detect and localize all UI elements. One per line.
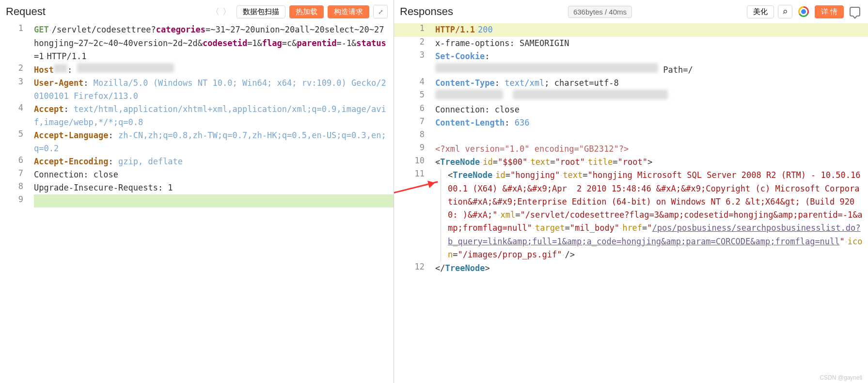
content-length-header: Content-Length bbox=[435, 118, 505, 128]
beautify-button[interactable]: 美化 bbox=[747, 5, 774, 18]
request-panel: Request 〈 〉 数据包扫描 热加载 构造请求 ⤢ 1GET·/servl… bbox=[0, 0, 394, 383]
detail-button[interactable]: 详 情 bbox=[815, 5, 844, 18]
accept-header: Accept bbox=[34, 104, 63, 114]
build-request-button[interactable]: 构造请求 bbox=[328, 5, 369, 18]
redacted bbox=[77, 63, 174, 73]
redacted bbox=[54, 64, 67, 73]
request-header: Request 〈 〉 数据包扫描 热加载 构造请求 ⤢ bbox=[0, 0, 394, 23]
http-method: GET bbox=[34, 25, 49, 34]
response-editor[interactable]: 1HTTP/1.1·200 2x-frame-options: SAMEORIG… bbox=[394, 23, 868, 383]
line-number: 1 bbox=[0, 23, 34, 33]
fold-icon[interactable]: ∨ bbox=[436, 159, 439, 166]
upgrade-header: Upgrade-Insecure-Requests bbox=[34, 183, 158, 192]
watermark: CSDN @gaynell bbox=[820, 374, 862, 381]
hotload-button[interactable]: 热加载 bbox=[289, 5, 324, 18]
nav-prev-icon[interactable]: 〈 bbox=[209, 5, 221, 18]
redacted bbox=[435, 90, 503, 99]
accept-lang-header: Accept-Language bbox=[34, 130, 109, 140]
request-path: /servlet/codesettree? bbox=[52, 25, 156, 34]
scan-button[interactable]: 数据包扫描 bbox=[237, 5, 285, 18]
status-code: 200 bbox=[478, 25, 493, 34]
request-title: Request bbox=[6, 5, 46, 18]
redacted bbox=[513, 90, 668, 99]
request-editor[interactable]: 1GET·/servlet/codesettree?categories=~31… bbox=[0, 23, 394, 383]
response-panel: Responses 636bytes / 40ms 美化 详 情 1HTTP/1… bbox=[394, 0, 868, 383]
cursor-line bbox=[34, 194, 394, 207]
set-cookie-header: Set-Cookie bbox=[435, 51, 485, 61]
chrome-icon[interactable] bbox=[796, 5, 811, 18]
response-title: Responses bbox=[400, 5, 453, 18]
param-key: categories bbox=[156, 25, 205, 34]
comment-icon[interactable] bbox=[848, 5, 862, 18]
user-agent-header: User-Agent bbox=[34, 78, 83, 88]
connection-header: Connection bbox=[34, 170, 83, 179]
search-icon[interactable] bbox=[778, 5, 792, 18]
response-stats: 636bytes / 40ms bbox=[568, 6, 632, 18]
expand-icon[interactable]: ⤢ bbox=[373, 5, 388, 18]
redacted bbox=[435, 63, 658, 73]
http-proto: HTTP/1.1 bbox=[435, 25, 475, 34]
arrow-annotation bbox=[394, 181, 438, 197]
nav-next-icon[interactable]: 〉 bbox=[221, 5, 233, 18]
response-header: Responses 636bytes / 40ms 美化 详 情 bbox=[394, 0, 868, 23]
content-type-header: Content-Type bbox=[435, 78, 495, 88]
http-proto: HTTP/1.1 bbox=[47, 51, 87, 61]
accept-enc-header: Accept-Encoding bbox=[34, 157, 109, 166]
xml-pi: <?xml version="1.0" encoding="GB2312"?> bbox=[435, 144, 629, 154]
host-header: Host bbox=[34, 65, 54, 75]
